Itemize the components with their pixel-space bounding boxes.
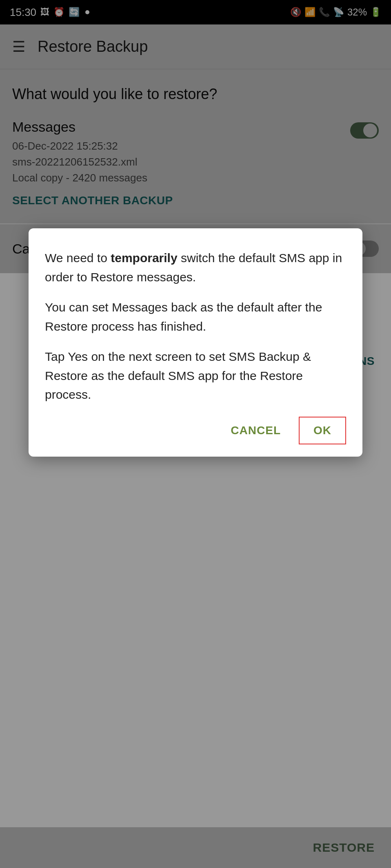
wifi-icon: 📶 — [304, 7, 315, 18]
page-wrapper: 15:30 🖼 ⏰ 🔄 🔇 📶 📞 📡 32% 🔋 ☰ Restore Back… — [0, 0, 391, 868]
app-bar: ☰ Restore Backup — [0, 24, 391, 69]
dialog-p1-bold: temporarily — [111, 251, 177, 265]
select-another-backup-button[interactable]: SELECT ANOTHER BACKUP — [12, 194, 379, 207]
call-icon: 📞 — [319, 7, 330, 18]
messages-date: 06-Dec-2022 15:25:32 — [12, 138, 147, 154]
messages-label: Messages — [12, 119, 147, 135]
signal-icon: 📡 — [333, 7, 344, 18]
section-title: What would you like to restore? — [12, 86, 379, 103]
messages-filename: sms-20221206152532.xml — [12, 154, 147, 170]
battery-display: 32% — [347, 7, 367, 18]
calls-label: Ca — [12, 241, 30, 257]
dialog-paragraph-2: You can set Messages back as the default… — [45, 298, 346, 336]
dialog-p1-prefix: We need to — [45, 251, 111, 265]
dialog-actions: CANCEL OK — [45, 417, 346, 444]
time-display: 15:30 — [10, 6, 36, 19]
menu-icon[interactable]: ☰ — [12, 38, 25, 55]
restore-button-label[interactable]: RESTORE — [313, 841, 375, 855]
dot-indicator — [85, 10, 89, 14]
status-bar: 15:30 🖼 ⏰ 🔄 🔇 📶 📞 📡 32% 🔋 — [0, 0, 391, 24]
alarm-icon: ⏰ — [53, 7, 64, 18]
ok-button[interactable]: OK — [299, 417, 346, 444]
dialog-paragraph-1: We need to temporarily switch the defaul… — [45, 249, 346, 287]
messages-local-copy: Local copy - 2420 messages — [12, 170, 147, 186]
messages-toggle[interactable] — [350, 122, 379, 139]
dialog-paragraph-3: Tap Yes on the next screen to set SMS Ba… — [45, 347, 346, 404]
messages-restore-item: Messages 06-Dec-2022 15:25:32 sms-202212… — [12, 119, 379, 186]
messages-info: Messages 06-Dec-2022 15:25:32 sms-202212… — [12, 119, 147, 186]
status-bar-left: 15:30 🖼 ⏰ 🔄 — [10, 6, 89, 19]
mute-icon: 🔇 — [290, 7, 301, 18]
status-bar-right: 🔇 📶 📞 📡 32% 🔋 — [290, 7, 381, 18]
gallery-icon: 🖼 — [40, 7, 49, 18]
battery-icon: 🔋 — [370, 7, 381, 18]
page-title: Restore Backup — [38, 38, 148, 55]
restore-button-area: RESTORE — [0, 827, 391, 868]
dialog: We need to temporarily switch the defaul… — [29, 228, 362, 457]
main-content: What would you like to restore? Messages… — [0, 69, 391, 223]
sync-icon: 🔄 — [69, 7, 80, 18]
cancel-button[interactable]: CANCEL — [221, 417, 291, 444]
dialog-body: We need to temporarily switch the defaul… — [45, 249, 346, 404]
